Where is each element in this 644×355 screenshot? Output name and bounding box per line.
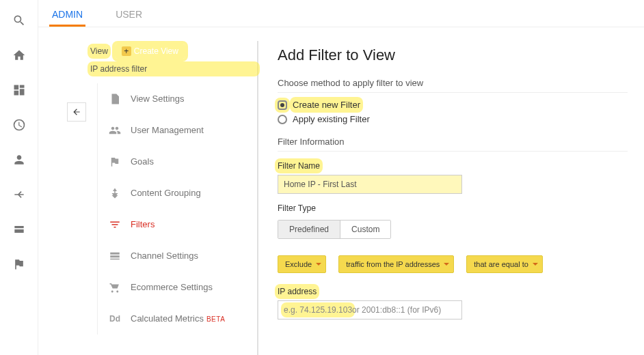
dropdown-exclude[interactable]: Exclude <box>278 255 326 273</box>
dd-icon: Dd <box>109 314 121 324</box>
back-arrow-icon <box>72 107 81 117</box>
nav-label: User Management <box>131 125 204 135</box>
nav-filters[interactable]: Filters <box>98 209 247 240</box>
nav-label: Content Grouping <box>131 188 201 198</box>
nav-label: Ecommerce Settings <box>131 282 213 292</box>
clock-icon[interactable] <box>12 118 26 134</box>
nav-content-grouping[interactable]: Content Grouping <box>98 178 247 209</box>
filter-type-segmented: Predefined Custom <box>278 220 391 239</box>
person-icon[interactable] <box>12 153 26 169</box>
create-view-label: Create View <box>134 46 178 56</box>
radio-label: Create new Filter <box>293 100 360 110</box>
card-icon[interactable] <box>12 223 26 238</box>
filter-type-label: Filter Type <box>278 203 628 213</box>
seg-custom[interactable]: Custom <box>340 221 390 238</box>
back-button[interactable] <box>67 102 86 122</box>
dropdown-traffic[interactable]: traffic from the IP addresses <box>338 255 454 273</box>
plus-icon: + <box>122 46 131 56</box>
nav-label: Calculated Metrics <box>131 313 204 324</box>
divider <box>278 151 628 152</box>
tab-admin[interactable]: ADMIN <box>49 9 85 27</box>
ip-address-label: IP address <box>278 287 317 296</box>
people-icon <box>109 124 121 137</box>
filter-icon <box>109 218 121 231</box>
nav-channel-settings[interactable]: Channel Settings <box>98 240 247 272</box>
view-name: IP address filter <box>90 64 257 74</box>
radio-icon <box>278 115 287 124</box>
vertical-divider <box>257 41 258 355</box>
document-icon <box>109 93 121 105</box>
cart-icon <box>109 281 121 294</box>
choose-method-label: Choose method to apply filter to view <box>278 78 628 88</box>
filter-information-label: Filter Information <box>278 137 628 147</box>
nav-label: Channel Settings <box>131 251 198 261</box>
radio-icon <box>278 100 287 110</box>
filter-name-input[interactable] <box>278 175 462 194</box>
nav-label: Filters <box>131 219 155 229</box>
nav-label: View Settings <box>131 94 185 104</box>
nav-label: Goals <box>131 156 154 167</box>
nav-ecommerce-settings[interactable]: Ecommerce Settings <box>98 272 247 303</box>
home-icon[interactable] <box>12 48 26 64</box>
nav-view-settings[interactable]: View Settings <box>98 83 247 115</box>
nav-calculated-metrics[interactable]: Dd Calculated MetricsBETA <box>98 303 247 335</box>
nav-goals[interactable]: Goals <box>98 146 247 178</box>
tab-user[interactable]: USER <box>113 9 145 27</box>
search-icon[interactable] <box>12 14 26 29</box>
view-label: View <box>90 46 108 56</box>
nav-user-management[interactable]: User Management <box>98 115 247 146</box>
radio-create-new[interactable]: Create new Filter <box>278 100 628 110</box>
divider <box>278 92 628 93</box>
ip-placeholder-highlight: e.g. 74.125.19.103 <box>284 305 352 315</box>
ip-address-input[interactable]: e.g. 74.125.19.103 or 2001:db8::1 (for I… <box>278 300 462 320</box>
create-view-button[interactable]: + Create View <box>115 44 185 59</box>
grouping-icon <box>109 187 121 199</box>
page-title: Add Filter to View <box>278 46 628 64</box>
beta-badge: BETA <box>206 315 225 323</box>
seg-predefined[interactable]: Predefined <box>278 221 340 238</box>
flag-icon[interactable] <box>12 257 26 273</box>
ip-placeholder-rest: or 2001:db8::1 (for IPv6) <box>352 305 441 315</box>
dashboard-icon[interactable] <box>12 83 26 99</box>
radio-label: Apply existing Filter <box>293 114 370 124</box>
radio-apply-existing[interactable]: Apply existing Filter <box>278 114 628 124</box>
channel-icon <box>109 250 121 262</box>
flow-icon[interactable] <box>12 188 26 203</box>
flag-icon <box>109 156 121 168</box>
filter-name-label: Filter Name <box>278 161 320 171</box>
dropdown-equal[interactable]: that are equal to <box>466 255 543 273</box>
